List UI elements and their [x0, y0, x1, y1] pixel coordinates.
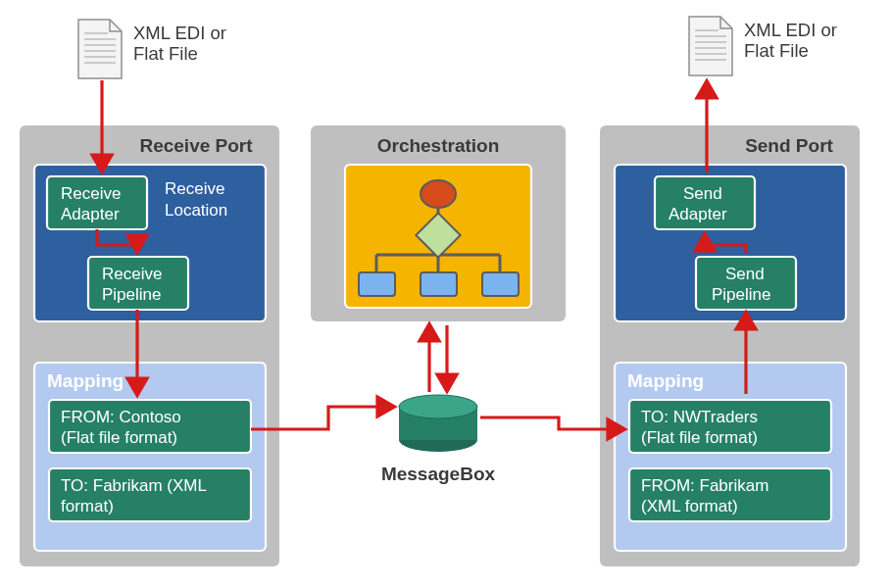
receive-mapping-to-l1: TO: Fabrikam (XML: [61, 476, 207, 495]
messagebox-icon: [399, 395, 477, 452]
document-icon: [689, 17, 732, 75]
messagebox-label: MessageBox: [381, 464, 496, 484]
send-mapping-to-l2: (Flat file format): [641, 428, 758, 447]
send-mapping-from-l1: FROM: Fabrikam: [641, 476, 768, 495]
receive-mapping-from-l2: (Flat file format): [61, 428, 177, 447]
svg-point-24: [399, 395, 477, 418]
left-doc-label-2: Flat File: [133, 43, 198, 64]
document-icon: [78, 20, 122, 78]
orchestration-title: Orchestration: [377, 135, 500, 156]
send-adapter-l1: Send: [683, 184, 722, 203]
send-mapping-from-l2: (XML format): [641, 497, 738, 515]
receive-location-l1: Receive: [165, 179, 224, 198]
receive-adapter-l1: Receive: [61, 184, 121, 203]
svg-rect-19: [359, 272, 395, 296]
receive-mapping-from-l1: FROM: Contoso: [61, 408, 181, 426]
svg-rect-20: [421, 272, 457, 296]
receive-mapping-to-l2: format): [61, 497, 114, 515]
left-doc-label-1: XML EDI or: [133, 23, 226, 43]
send-mapping-title: Mapping: [627, 370, 704, 391]
receive-port-title: Receive Port: [139, 135, 253, 156]
send-pipeline-l1: Send: [725, 265, 765, 283]
svg-point-17: [421, 180, 456, 208]
receive-pipeline-l1: Receive: [102, 265, 162, 283]
svg-rect-21: [482, 272, 519, 296]
send-port-title: Send Port: [745, 135, 833, 156]
receive-location-l2: Location: [165, 201, 227, 220]
send-mapping-to-l1: TO: NWTraders: [641, 408, 758, 426]
right-doc-label-2: Flat File: [744, 40, 809, 61]
send-pipeline-l2: Pipeline: [712, 285, 771, 304]
send-adapter-l2: Adapter: [669, 205, 727, 223]
receive-mapping-title: Mapping: [47, 370, 124, 391]
receive-pipeline-l2: Pipeline: [102, 285, 162, 304]
right-doc-label-1: XML EDI or: [744, 20, 837, 40]
receive-adapter-l2: Adapter: [61, 205, 120, 223]
